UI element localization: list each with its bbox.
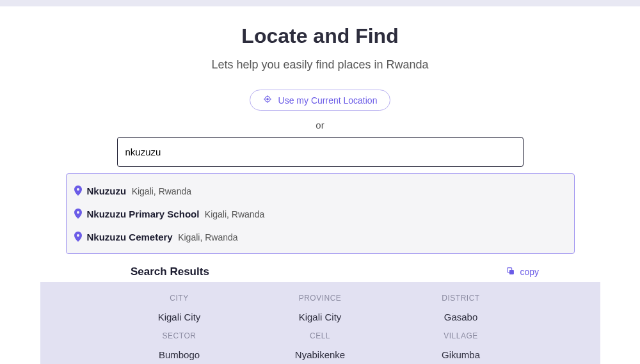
result-label: CITY [144, 294, 214, 303]
suggestions-dropdown: Nkuzuzu Kigali, Rwanda Nkuzuzu Primary S… [66, 173, 575, 254]
suggestion-name: Nkuzuzu Cemetery [87, 232, 173, 242]
results-title: Search Results [131, 265, 209, 278]
result-cell-province: PROVINCE Kigali City [285, 294, 355, 322]
result-label: VILLAGE [426, 331, 496, 340]
or-separator: or [316, 120, 324, 131]
results-row: CITY Kigali City PROVINCE Kigali City DI… [40, 294, 600, 322]
result-value: Kigali City [144, 312, 214, 322]
page-title: Locate and Find [241, 24, 398, 48]
suggestion-item[interactable]: Nkuzuzu Primary School Kigali, Rwanda [67, 202, 574, 225]
suggestion-item[interactable]: Nkuzuzu Cemetery Kigali, Rwanda [67, 225, 574, 248]
result-label: SECTOR [144, 331, 214, 340]
result-cell-district: DISTRICT Gasabo [426, 294, 496, 322]
pin-icon [74, 186, 82, 196]
copy-icon [506, 267, 515, 277]
result-value: Gasabo [426, 312, 496, 322]
result-cell-village: VILLAGE Gikumba [426, 331, 496, 360]
result-value: Nyabikenke [285, 349, 355, 360]
result-label: CELL [285, 331, 355, 340]
result-cell-cell: CELL Nyabikenke [285, 331, 355, 360]
page-subtitle: Lets help you easily find places in Rwan… [211, 58, 428, 72]
pin-icon [74, 209, 82, 219]
use-current-location-label: Use my Current Location [278, 95, 378, 106]
result-label: PROVINCE [285, 294, 355, 303]
suggestion-item[interactable]: Nkuzuzu Kigali, Rwanda [67, 179, 574, 202]
main-container: Locate and Find Lets help you easily fin… [0, 6, 640, 364]
results-row: SECTOR Bumbogo CELL Nyabikenke VILLAGE G… [40, 331, 600, 360]
results-header: Search Results copy [96, 265, 544, 278]
copy-button[interactable]: copy [506, 267, 539, 277]
search-input[interactable] [117, 137, 524, 167]
suggestion-location: Kigali, Rwanda [205, 209, 264, 219]
result-cell-sector: SECTOR Bumbogo [144, 331, 214, 360]
suggestion-location: Kigali, Rwanda [178, 232, 237, 242]
suggestion-name: Nkuzuzu Primary School [87, 209, 200, 219]
results-panel: CITY Kigali City PROVINCE Kigali City DI… [40, 282, 600, 364]
suggestion-location: Kigali, Rwanda [132, 186, 191, 196]
result-value: Kigali City [285, 312, 355, 322]
use-current-location-button[interactable]: Use my Current Location [250, 90, 391, 111]
result-label: DISTRICT [426, 294, 496, 303]
result-cell-city: CITY Kigali City [144, 294, 214, 322]
crosshair-icon [263, 95, 272, 106]
suggestion-name: Nkuzuzu [87, 186, 127, 196]
result-value: Bumbogo [144, 349, 214, 360]
pin-icon [74, 232, 82, 242]
copy-label: copy [520, 267, 539, 277]
top-bar [0, 0, 640, 6]
result-value: Gikumba [426, 349, 496, 360]
svg-point-1 [266, 99, 268, 100]
